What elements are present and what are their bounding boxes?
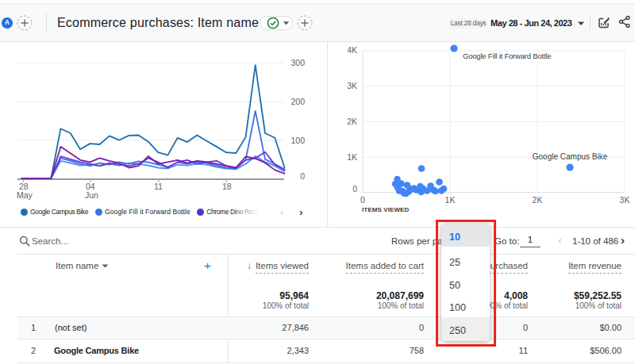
svg-text:300: 300	[291, 58, 305, 67]
svg-text:18: 18	[222, 182, 232, 191]
svg-text:200: 200	[291, 97, 305, 106]
svg-text:1K: 1K	[347, 152, 357, 162]
svg-text:0: 0	[352, 184, 357, 193]
svg-text:3K: 3K	[620, 195, 630, 205]
svg-text:Google Campus Bike: Google Campus Bike	[533, 152, 608, 161]
svg-text:ITEMS VIEWED: ITEMS VIEWED	[362, 206, 410, 213]
svg-text:2K: 2K	[347, 117, 357, 126]
svg-text:11: 11	[154, 182, 163, 191]
svg-text:0: 0	[300, 171, 305, 181]
svg-text:0: 0	[360, 195, 365, 205]
svg-text:3K: 3K	[347, 81, 357, 90]
svg-text:100: 100	[291, 136, 305, 145]
svg-text:May: May	[17, 190, 33, 200]
svg-text:2K: 2K	[533, 195, 543, 205]
svg-text:4K: 4K	[347, 45, 357, 55]
svg-text:Jun: Jun	[85, 190, 98, 200]
svg-text:1K: 1K	[445, 195, 456, 205]
svg-text:Google Fill it Forward Bottle: Google Fill it Forward Bottle	[463, 52, 551, 60]
